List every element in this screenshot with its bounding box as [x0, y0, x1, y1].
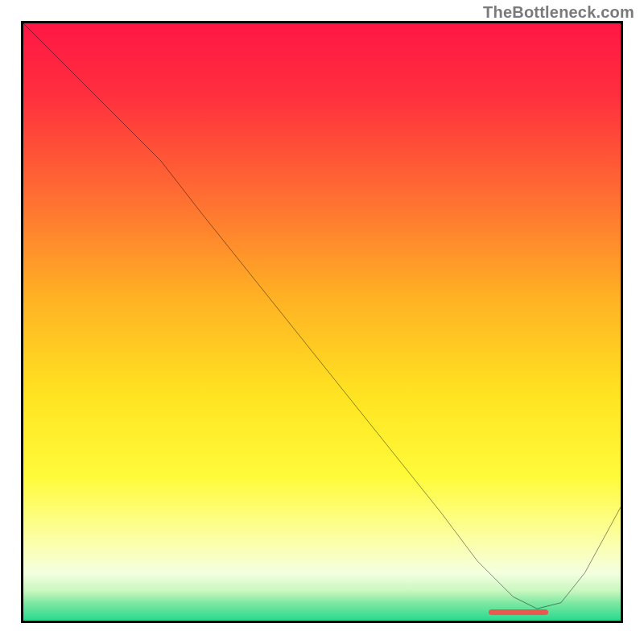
- attribution-text: TheBottleneck.com: [483, 3, 634, 22]
- bottleneck-curve: [23, 23, 621, 621]
- plot-area: [21, 21, 623, 623]
- chart-container: TheBottleneck.com: [0, 0, 644, 644]
- optimal-range-marker: [489, 609, 548, 615]
